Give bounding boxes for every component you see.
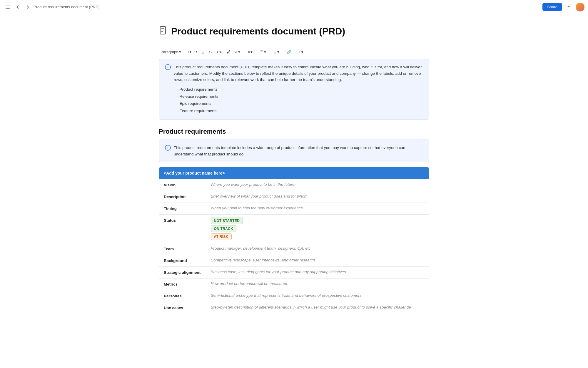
- text-color-button[interactable]: A ▾: [233, 49, 242, 55]
- row-value-vision[interactable]: Where you want your product to be in the…: [206, 179, 429, 191]
- row-label-personas: Personas: [159, 290, 206, 302]
- back-icon[interactable]: [14, 3, 22, 11]
- product-req-info-text: This product requirements template inclu…: [174, 145, 423, 157]
- table-header-cell[interactable]: <Add your product name here>: [159, 167, 429, 179]
- topbar-left: Product requirements document (PRD): [4, 3, 540, 11]
- row-value-timing[interactable]: When you plan to ship the new customer e…: [206, 203, 429, 215]
- list-item: Feature requirements: [177, 107, 423, 115]
- bold-button[interactable]: B: [187, 49, 193, 55]
- row-label-background: Background: [159, 255, 206, 267]
- row-label-use-cases: Use cases: [159, 302, 206, 314]
- row-value-metrics[interactable]: How product performance will be measured: [206, 279, 429, 290]
- product-requirements-heading: Product requirements: [159, 128, 429, 135]
- svg-rect-2: [6, 8, 10, 9]
- badge-at-risk[interactable]: AT RISK: [211, 233, 232, 240]
- topbar: Product requirements document (PRD) Shar…: [0, 0, 588, 14]
- list-item: Epic requirements: [177, 100, 423, 107]
- code-inline-button[interactable]: </>: [215, 49, 224, 55]
- badge-not-started[interactable]: NOT STARTED: [211, 218, 243, 224]
- table-row-status: Status NOT STARTED ON TRACK AT RISK: [159, 215, 429, 243]
- intro-info-box: i This product requirements document (PR…: [159, 59, 429, 120]
- svg-rect-3: [160, 26, 166, 34]
- underline-button[interactable]: U: [200, 49, 206, 55]
- toolbar-divider-6: [295, 49, 295, 55]
- share-button[interactable]: Share: [542, 3, 562, 11]
- highlight-button[interactable]: 🖍: [225, 49, 232, 55]
- list-item: Release requirements: [177, 93, 423, 100]
- info-icon-2: i: [165, 145, 171, 151]
- row-label-timing: Timing: [159, 203, 206, 215]
- row-label-status: Status: [159, 215, 206, 243]
- table-header-row: <Add your product name here>: [159, 167, 429, 179]
- link-button[interactable]: 🔗: [285, 49, 293, 55]
- toolbar-divider-2: [244, 49, 244, 55]
- align-button[interactable]: ≡ ▾: [246, 49, 254, 55]
- document-icon: [159, 26, 168, 37]
- page-title-row: Product requirements document (PRD): [159, 26, 429, 37]
- row-label-vision: Vision: [159, 179, 206, 191]
- link-icon: 🔗: [287, 50, 291, 54]
- align-arrow-icon: ▾: [250, 50, 253, 54]
- row-label-metrics: Metrics: [159, 279, 206, 290]
- list-button[interactable]: ☰ ▾: [258, 49, 268, 55]
- table-button[interactable]: ⊞ ▾: [272, 49, 281, 55]
- editor-toolbar: Paragraph ▾ B I U S </> 🖍 A ▾ ≡ ▾ ☰ ▾ ⊞ …: [159, 49, 429, 55]
- table-row: Vision Where you want your product to be…: [159, 179, 429, 191]
- avatar[interactable]: [576, 3, 584, 11]
- row-value-description[interactable]: Brief overview of what your product does…: [206, 191, 429, 203]
- info-box-text: This product requirements document (PRD)…: [174, 64, 423, 83]
- add-block-button[interactable]: + ▾: [297, 49, 305, 55]
- add-block-arrow-icon: ▾: [301, 50, 303, 54]
- table-row: Personas Semi-fictional archetype that r…: [159, 290, 429, 302]
- breadcrumb: Product requirements document (PRD): [34, 5, 100, 9]
- product-req-info-box: i This product requirements template inc…: [159, 140, 429, 162]
- status-badges-container: NOT STARTED ON TRACK AT RISK: [206, 215, 429, 243]
- page-title: Product requirements document (PRD): [171, 26, 345, 37]
- paragraph-dropdown[interactable]: Paragraph ▾: [159, 49, 183, 55]
- info-box-content: This product requirements document (PRD)…: [174, 64, 423, 115]
- badge-on-track[interactable]: ON TRACK: [211, 226, 237, 232]
- list-item: Product requirements: [177, 86, 423, 93]
- italic-button[interactable]: I: [194, 49, 199, 55]
- row-label-team: Team: [159, 243, 206, 255]
- product-table: <Add your product name here> Vision Wher…: [159, 167, 429, 314]
- row-value-team[interactable]: Product manager, development team, desig…: [206, 243, 429, 255]
- main-content: Product requirements document (PRD) Para…: [153, 14, 435, 368]
- table-row: Timing When you plan to ship the new cus…: [159, 203, 429, 215]
- row-value-status[interactable]: NOT STARTED ON TRACK AT RISK: [206, 215, 429, 243]
- row-value-strategic[interactable]: Business case, including goals for your …: [206, 267, 429, 279]
- list-arrow-icon: ▾: [264, 50, 266, 54]
- table-row: Team Product manager, development team, …: [159, 243, 429, 255]
- svg-rect-0: [6, 6, 10, 6]
- toolbar-divider-4: [270, 49, 270, 55]
- svg-rect-1: [6, 7, 10, 7]
- row-value-personas[interactable]: Semi-fictional archetype that represents…: [206, 290, 429, 302]
- info-box-header-2: i This product requirements template inc…: [165, 145, 423, 157]
- dropdown-arrow-icon: ▾: [179, 50, 181, 54]
- row-label-strategic: Strategic alignment: [159, 267, 206, 279]
- row-value-use-cases[interactable]: Step-by-step description of different sc…: [206, 302, 429, 314]
- row-label-description: Description: [159, 191, 206, 203]
- sidebar-toggle-icon[interactable]: [4, 3, 12, 11]
- toolbar-divider-3: [256, 49, 256, 55]
- highlight-icon: 🖍: [227, 50, 230, 54]
- toolbar-divider-5: [283, 49, 283, 55]
- strikethrough-button[interactable]: S: [207, 49, 213, 55]
- toolbar-divider-1: [185, 49, 185, 55]
- table-icon: ⊞: [273, 50, 277, 54]
- text-color-arrow-icon: ▾: [238, 50, 240, 54]
- add-button[interactable]: +: [564, 3, 573, 11]
- info-box-header: i This product requirements document (PR…: [165, 64, 423, 115]
- table-row: Use cases Step-by-step description of di…: [159, 302, 429, 314]
- info-list: Product requirements Release requirement…: [174, 86, 423, 115]
- row-value-background[interactable]: Competitive landscape, user interviews, …: [206, 255, 429, 267]
- table-row: Description Brief overview of what your …: [159, 191, 429, 203]
- table-row: Strategic alignment Business case, inclu…: [159, 267, 429, 279]
- topbar-right: Share +: [542, 3, 584, 11]
- table-row: Background Competitive landscape, user i…: [159, 255, 429, 267]
- table-row: Metrics How product performance will be …: [159, 279, 429, 290]
- table-arrow-icon: ▾: [277, 50, 279, 54]
- forward-icon[interactable]: [24, 3, 32, 11]
- info-icon: i: [165, 64, 171, 70]
